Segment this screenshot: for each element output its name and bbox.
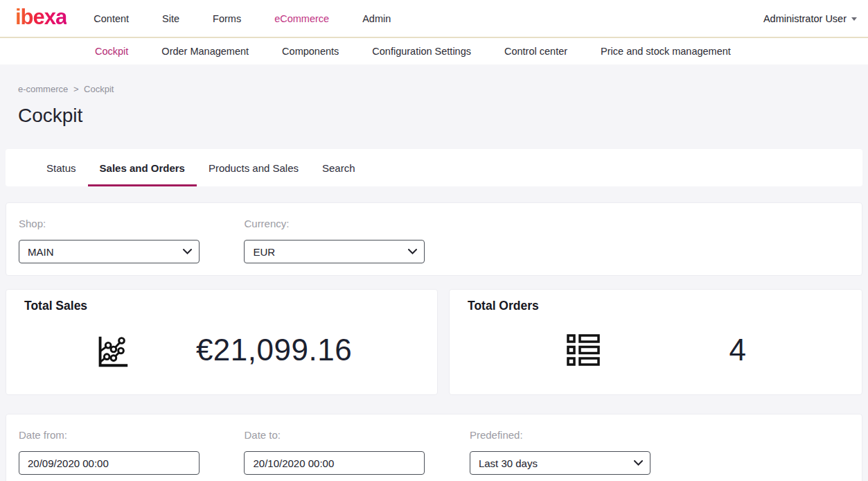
- nav-item-admin[interactable]: Admin: [362, 13, 391, 24]
- nav-item-forms[interactable]: Forms: [213, 13, 241, 24]
- orders-list-icon: [565, 333, 601, 367]
- total-orders-card: Total Orders 4: [449, 289, 862, 395]
- breadcrumb-current: Cockpit: [84, 84, 114, 94]
- tab-status[interactable]: Status: [35, 149, 88, 186]
- subnav-item-components[interactable]: Components: [282, 46, 339, 57]
- nav-item-site[interactable]: Site: [162, 13, 179, 24]
- top-bar: ibexa Content Site Forms eCommerce Admin…: [0, 0, 868, 38]
- date-from-input[interactable]: [19, 451, 200, 475]
- secondary-nav: Cockpit Order Management Components Conf…: [0, 38, 868, 64]
- tab-sales-and-orders[interactable]: Sales and Orders: [88, 149, 197, 186]
- currency-label: Currency:: [244, 218, 466, 229]
- nav-item-content[interactable]: Content: [94, 13, 129, 24]
- predefined-label: Predefined:: [470, 429, 692, 441]
- breadcrumb: e-commerce > Cockpit: [18, 84, 868, 94]
- currency-field: Currency: EUR: [244, 218, 466, 263]
- user-menu[interactable]: Administrator User: [763, 13, 868, 24]
- main-nav: Content Site Forms eCommerce Admin: [94, 13, 391, 24]
- breadcrumb-separator: >: [73, 84, 79, 94]
- subnav-item-control-center[interactable]: Control center: [504, 46, 567, 57]
- nav-item-ecommerce[interactable]: eCommerce: [274, 13, 329, 24]
- total-orders-value: 4: [729, 333, 747, 367]
- total-orders-title: Total Orders: [468, 299, 862, 313]
- date-from-label: Date from:: [19, 429, 241, 441]
- subnav-item-price-stock-management[interactable]: Price and stock management: [601, 46, 731, 57]
- date-to-field: Date to:: [244, 429, 466, 475]
- tab-bar: Status Sales and Orders Products and Sal…: [6, 149, 862, 186]
- shop-currency-filter-panel: Shop: MAIN Currency: EUR: [6, 202, 862, 276]
- subnav-item-order-management[interactable]: Order Management: [161, 46, 249, 57]
- subnav-item-configuration-settings[interactable]: Configuration Settings: [372, 46, 471, 57]
- predefined-field: Predefined: Last 30 days: [470, 429, 692, 475]
- predefined-range-select[interactable]: Last 30 days: [470, 451, 650, 475]
- line-chart-icon: [91, 330, 132, 370]
- total-sales-title: Total Sales: [24, 299, 437, 313]
- tab-search[interactable]: Search: [310, 149, 367, 186]
- main-content: e-commerce > Cockpit Cockpit Status Sale…: [0, 84, 868, 481]
- page-title: Cockpit: [18, 104, 868, 128]
- shop-field: Shop: MAIN: [19, 218, 241, 263]
- date-to-input[interactable]: [244, 451, 425, 475]
- shop-label: Shop:: [19, 218, 241, 229]
- tab-products-and-sales[interactable]: Products and Sales: [197, 149, 310, 186]
- summary-cards: Total Sales €21,099.16: [6, 289, 862, 395]
- subnav-item-cockpit[interactable]: Cockpit: [95, 46, 128, 57]
- ibexa-logo[interactable]: ibexa: [15, 6, 67, 30]
- chevron-down-icon: [851, 17, 857, 21]
- date-from-field: Date from:: [19, 429, 241, 475]
- date-to-label: Date to:: [244, 429, 466, 441]
- total-sales-value: €21,099.16: [196, 333, 352, 367]
- date-filters-panel: Date from: Date to: Predefined: Last 30 …: [6, 414, 862, 481]
- user-menu-label: Administrator User: [763, 13, 847, 24]
- currency-select[interactable]: EUR: [244, 240, 425, 263]
- total-sales-card: Total Sales €21,099.16: [6, 289, 438, 395]
- breadcrumb-parent[interactable]: e-commerce: [18, 84, 68, 94]
- shop-select[interactable]: MAIN: [19, 240, 200, 263]
